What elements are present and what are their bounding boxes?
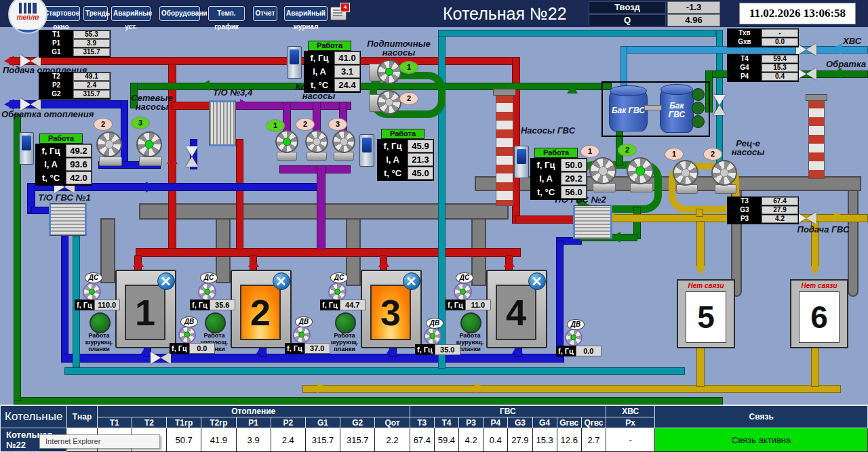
makeup-pump-1[interactable] [377,60,401,84]
taskbar-tooltip: Internet Explorer [39,434,160,449]
pipe-blue-hx2-down [556,241,564,357]
pipe-label-gvs-return: Обратка Г [826,60,868,68]
chimney-1-cap [493,89,516,96]
sensor-value: 0.0 [762,38,798,46]
q-label: Q [589,14,666,26]
col-header: P2 [271,417,305,428]
pump-base [630,183,653,192]
journal-icon[interactable]: 4 [330,7,347,20]
dv-fan-label: ДВ [180,316,198,327]
valve [186,146,198,167]
hx-to34 [209,100,236,146]
sensor-label: P3 [728,215,762,223]
recirc-pump-1[interactable] [673,160,698,186]
boiler-6[interactable]: Нет связи 6 [790,279,848,348]
gvs-return-sensor-block: T459.4 G415.3 P40.4 [727,54,799,82]
ds-fan-icon[interactable] [198,283,216,301]
sensor-label: P4 [728,73,762,81]
plank-run-indicator [90,312,111,333]
logo-text: тепло [9,14,46,21]
plank-label: Работа шурующ. планки [73,332,125,352]
sensor-value: 15.3 [762,64,798,72]
flow-arrow [810,266,821,275]
pipe-boiler-hot-collector [136,248,521,257]
pump-base [593,183,616,192]
btn-temp-graph[interactable]: Темп. график [208,6,245,21]
freq-label: f, Гц [446,300,465,310]
flow-arrow [146,182,156,192]
btn-start-window[interactable]: Стартовое окно [42,6,80,21]
sensor-value: 315.7 [73,90,110,98]
col-header: T4 [434,417,458,428]
vfd-boiler-pumps[interactable] [359,134,374,167]
btn-equipment[interactable]: Оборудование [159,6,200,21]
pump-number-badge: 1 [399,61,418,74]
ds-freq-box: f, Гц 11.0 [446,300,491,310]
flow-arrow [831,68,842,79]
sensor-label: P2 [39,81,73,89]
freq-value: 0.0 [576,346,601,356]
boiler-pump-3[interactable] [332,130,355,153]
boiler-pump-2[interactable] [305,130,328,153]
vfd-value: 3.1 [334,65,360,78]
ds-fan-icon[interactable] [328,283,347,301]
dv-fan-label: ДВ [295,316,313,327]
col-header: Qгвс [581,417,606,428]
tools-icon[interactable] [273,272,290,290]
vfd-value: 49.2 [66,144,92,157]
logo: тепло [8,0,47,34]
dv-fan-icon[interactable] [565,329,583,346]
pump-number-badge: 1 [266,119,285,132]
boiler-number: 3 [370,285,411,340]
sensor-value: 315.7 [73,48,110,56]
hx-gvs2 [573,205,612,239]
tools-icon[interactable] [528,272,546,290]
sensor-value: 27.9 [762,206,798,214]
tools-icon[interactable] [157,272,175,290]
no-link-status: Нет связи [791,282,847,290]
pump-number-badge: 1 [665,148,684,161]
recirc-pumps-label: Рец-е насосы [724,139,772,157]
pipe-red-to-hx2 [515,215,575,224]
ds-fan-icon[interactable] [454,283,472,301]
vfd-gvs-pumps[interactable] [514,146,529,178]
network-pump-2[interactable] [96,131,122,157]
btn-report[interactable]: Отчет [253,6,277,21]
btn-alarm-setp[interactable]: Аварийные уст. [111,6,151,21]
gvs-pump-1[interactable] [589,157,616,184]
gvs-pump-2[interactable] [627,157,654,184]
work-status: Работа [534,148,578,158]
tools-icon[interactable] [403,272,420,290]
vfd-value: 21.3 [408,153,433,166]
valve [796,68,816,80]
boiler-5[interactable]: Нет связи 5 [677,279,735,348]
tank-status-light [692,102,705,115]
cell-value: - [606,428,655,452]
vfd-label: I, A [304,65,334,78]
btn-alarm-journal[interactable]: Аварийный журнал [284,6,328,21]
pipe-red-to34-down [236,139,243,249]
vfd-label: t, °C [36,171,66,184]
gvs-pumps-work-block: Работа f, Гц50.0 I, A29.2 t, °C56.0 [530,148,587,200]
ds-fan-label: ДС [330,272,348,283]
btn-trends[interactable]: Тренды [83,6,108,21]
vfd-network-pumps[interactable] [19,132,34,165]
sensor-label: G2 [39,90,73,98]
makeup-pumps-work-block: Работа f, Гц41.0 I, A3.1 t, °C24.4 [304,41,361,93]
dv-fan-icon[interactable] [424,327,441,345]
dv-freq-box: f, Гц 37.0 [285,343,330,354]
vfd-makeup-pumps[interactable] [287,46,302,79]
pipe-yellow-bottom [302,385,841,393]
group-hvs: ХВС [606,405,655,417]
cell-value: 3.9 [236,428,271,452]
network-pump-3[interactable] [136,131,162,157]
recirc-pump-2[interactable] [711,160,737,186]
ds-fan-icon[interactable] [83,283,101,301]
dv-fan-icon[interactable] [293,326,311,344]
sensor-value: 49.1 [73,73,110,81]
cell-value: 2.4 [271,428,305,452]
sensor-label: T1 [39,30,73,39]
pipe-teal-bottom [64,367,685,375]
makeup-pump-2[interactable] [377,90,401,115]
boiler-pump-1[interactable] [275,130,298,153]
